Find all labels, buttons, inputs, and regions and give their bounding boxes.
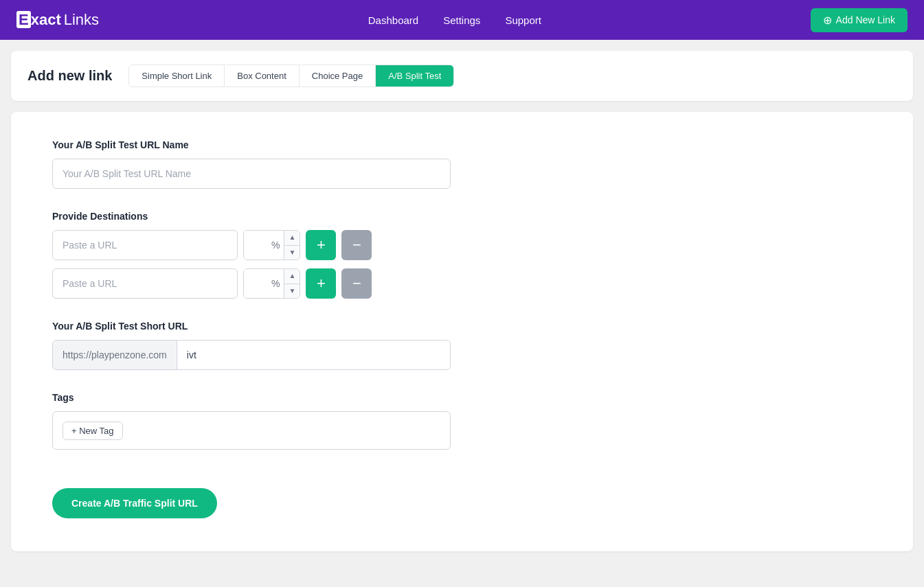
destination-row-2: % ▲ ▼ + − xyxy=(52,268,872,299)
url-input-1[interactable] xyxy=(52,230,238,260)
tab-ab-split-test[interactable]: A/B Split Test xyxy=(376,65,453,87)
percent-input-2[interactable] xyxy=(244,269,271,298)
nav-dashboard[interactable]: Dashboard xyxy=(368,14,418,26)
tab-choice-page[interactable]: Choice Page xyxy=(300,65,376,87)
percent-up-1[interactable]: ▲ xyxy=(284,231,300,246)
remove-destination-2[interactable]: − xyxy=(341,268,372,299)
nav-settings[interactable]: Settings xyxy=(443,14,480,26)
percent-spinners-2: ▲ ▼ xyxy=(284,269,300,298)
destination-row-1: % ▲ ▼ + − xyxy=(52,230,872,260)
short-url-input[interactable] xyxy=(177,341,450,369)
percent-up-2[interactable]: ▲ xyxy=(284,269,300,284)
percent-symbol-2: % xyxy=(271,269,284,298)
destinations-section: Provide Destinations % ▲ ▼ + − % ▲ xyxy=(52,211,872,299)
short-url-label: Your A/B Split Test Short URL xyxy=(52,321,872,332)
nav-links: Dashboard Settings Support xyxy=(368,14,541,26)
tab-simple-short-link[interactable]: Simple Short Link xyxy=(129,65,225,87)
percent-wrapper-2: % ▲ ▼ xyxy=(243,268,300,299)
url-input-2[interactable] xyxy=(52,268,238,299)
percent-symbol-1: % xyxy=(271,231,284,260)
percent-spinners-1: ▲ ▼ xyxy=(284,231,300,260)
tags-section: Tags + New Tag xyxy=(52,392,872,450)
form-card: Your A/B Split Test URL Name Provide Des… xyxy=(11,112,913,551)
tags-label: Tags xyxy=(52,392,872,403)
remove-destination-1[interactable]: − xyxy=(341,230,372,260)
add-destination-2[interactable]: + xyxy=(306,268,336,299)
add-destination-1[interactable]: + xyxy=(306,230,336,260)
short-url-prefix: https://playpenzone.com xyxy=(53,341,177,369)
plus-circle-icon: ⊕ xyxy=(823,14,832,27)
short-url-section: Your A/B Split Test Short URL https://pl… xyxy=(52,321,872,370)
page-title: Add new link xyxy=(27,68,112,84)
nav-support[interactable]: Support xyxy=(505,14,541,26)
short-url-row: https://playpenzone.com xyxy=(52,340,451,370)
brand-logo: Exact Links xyxy=(16,11,99,29)
url-name-section: Your A/B Split Test URL Name xyxy=(52,139,872,189)
card-header: Add new link Simple Short Link Box Conte… xyxy=(11,51,913,101)
tab-box-content[interactable]: Box Content xyxy=(225,65,300,87)
submit-button[interactable]: Create A/B Traffic Split URL xyxy=(52,488,217,518)
url-name-label: Your A/B Split Test URL Name xyxy=(52,139,872,150)
brand-links-text: Links xyxy=(64,11,99,29)
brand-exact-box: E xyxy=(16,11,31,28)
navbar: Exact Links Dashboard Settings Support ⊕… xyxy=(0,0,924,40)
tab-group: Simple Short Link Box Content Choice Pag… xyxy=(128,65,454,87)
url-name-input[interactable] xyxy=(52,159,451,189)
percent-wrapper-1: % ▲ ▼ xyxy=(243,230,300,260)
new-tag-button[interactable]: + New Tag xyxy=(63,422,123,440)
percent-down-1[interactable]: ▼ xyxy=(284,246,300,260)
add-new-link-button[interactable]: ⊕ Add New Link xyxy=(811,8,908,32)
tags-box: + New Tag xyxy=(52,411,451,450)
percent-down-2[interactable]: ▼ xyxy=(284,284,300,299)
destinations-label: Provide Destinations xyxy=(52,211,872,222)
percent-input-1[interactable] xyxy=(244,231,271,260)
